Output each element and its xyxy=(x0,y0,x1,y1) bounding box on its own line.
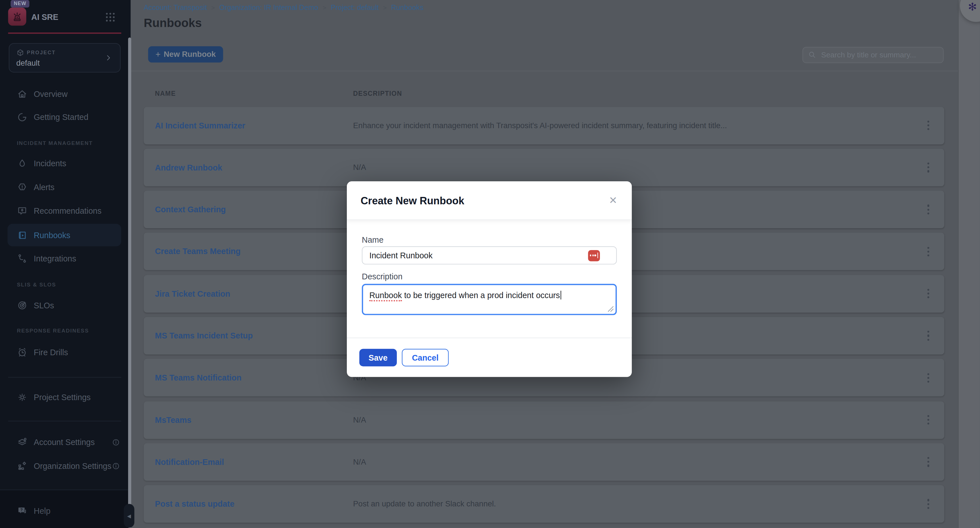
sidebar-item-organization-settings[interactable]: Organization Settings xyxy=(7,458,121,474)
autofill-extension-icon[interactable] xyxy=(588,250,600,261)
sidebar-item-account-settings[interactable]: Account Settings xyxy=(7,434,121,450)
sidebar-item-label: Incidents xyxy=(34,159,67,168)
svg-text:?: ? xyxy=(20,507,23,512)
row-menu-button[interactable] xyxy=(921,325,936,346)
runbook-name-link[interactable]: Post a status update xyxy=(155,499,235,509)
table-row: AI Incident SummarizerEnhance your incid… xyxy=(143,107,944,144)
breadcrumb-organization[interactable]: Organization: IR Internal Demo xyxy=(219,4,318,11)
home-icon xyxy=(17,88,27,99)
search-input[interactable] xyxy=(820,50,938,60)
row-menu-button[interactable] xyxy=(921,368,936,388)
target-icon xyxy=(17,300,27,310)
modal-footer: Save Cancel xyxy=(347,338,632,377)
sidebar-item-project-settings[interactable]: Project Settings xyxy=(7,389,121,405)
sidebar-item-label: Fire Drills xyxy=(34,347,68,357)
sidebar-item-slos[interactable]: SLOs xyxy=(7,297,121,313)
runbook-name-link[interactable]: Notification-Email xyxy=(155,457,224,467)
new-runbook-label: New Runbook xyxy=(164,50,216,59)
breadcrumb-project[interactable]: Project: default xyxy=(331,4,379,11)
description-textarea[interactable]: Runbook to be triggered when a prod inci… xyxy=(362,284,617,315)
description-text: to be triggered when a prod incident occ… xyxy=(402,291,560,300)
info-icon[interactable] xyxy=(112,438,120,447)
runbook-name-link[interactable]: MsTeams xyxy=(155,415,191,424)
project-label: PROJECT xyxy=(27,50,56,56)
org-chart-gear-icon xyxy=(17,460,27,471)
sidebar-item-label: Organization Settings xyxy=(34,461,111,471)
breadcrumb-separator: > xyxy=(212,4,215,11)
sidebar-scrollbar[interactable] xyxy=(128,38,131,528)
breadcrumb-runbooks[interactable]: Runbooks xyxy=(391,4,423,11)
row-menu-button[interactable] xyxy=(921,158,936,177)
row-menu-button[interactable] xyxy=(921,494,936,514)
runbook-name-link[interactable]: AI Incident Summarizer xyxy=(155,121,245,130)
new-badge: NEW xyxy=(11,0,29,7)
runbook-name-link[interactable]: MS Teams Incident Setup xyxy=(155,331,253,340)
project-selector[interactable]: PROJECT default xyxy=(9,43,121,72)
app-logo[interactable] xyxy=(8,7,26,26)
info-icon[interactable] xyxy=(112,462,120,470)
row-menu-button[interactable] xyxy=(921,115,936,135)
sidebar-item-integrations[interactable]: Integrations xyxy=(7,250,121,266)
runbook-name-link[interactable]: Jira Ticket Creation xyxy=(155,289,231,298)
runbook-name-link[interactable]: MS Teams Notification xyxy=(155,373,242,383)
page-scrollbar[interactable] xyxy=(958,0,980,528)
sidebar-item-label: SLOs xyxy=(34,300,54,310)
alert-icon xyxy=(17,182,27,192)
row-menu-button[interactable] xyxy=(921,242,936,262)
sidebar-item-label: Project Settings xyxy=(34,392,91,402)
alarm-clock-icon xyxy=(17,347,27,357)
sidebar-item-label: Overview xyxy=(34,89,68,99)
row-menu-button[interactable] xyxy=(921,284,936,303)
row-menu-button[interactable] xyxy=(921,452,936,472)
breadcrumb-account[interactable]: Account: Transposit xyxy=(144,4,207,11)
sidebar-item-runbooks[interactable]: Runbooks xyxy=(7,224,121,246)
sidebar-collapse-button[interactable] xyxy=(124,504,134,528)
resize-handle-icon[interactable] xyxy=(607,306,614,312)
toolbar-divider xyxy=(130,71,958,71)
close-icon[interactable]: ✕ xyxy=(607,195,619,207)
table-row: Andrew RunbookN/A xyxy=(143,148,944,186)
sidebar-item-label: Getting Started xyxy=(34,112,88,122)
runbook-name-link[interactable]: Andrew Runbook xyxy=(155,163,223,172)
sidebar-item-fire-drills[interactable]: Fire Drills xyxy=(7,344,121,360)
sidebar-item-recommendations[interactable]: Recommendations xyxy=(7,203,121,219)
plus-icon: + xyxy=(155,49,161,59)
search-icon xyxy=(808,51,816,59)
new-runbook-button[interactable]: + New Runbook xyxy=(148,46,223,62)
section-response-readiness: RESPONSE READINESS xyxy=(17,328,89,334)
save-button[interactable]: Save xyxy=(360,349,397,367)
sidebar: NEW AI SRE PROJECT default Overview Gett… xyxy=(0,0,130,528)
sidebar-item-label: Integrations xyxy=(34,254,76,263)
flame-icon xyxy=(17,158,27,169)
gear-icon xyxy=(17,392,27,402)
sidebar-item-label: Recommendations xyxy=(34,206,102,215)
cancel-button[interactable]: Cancel xyxy=(402,349,449,367)
project-value: default xyxy=(16,59,40,68)
runbook-name-link[interactable]: Create Teams Meeting xyxy=(155,247,240,256)
breadcrumb: Account: Transposit > Organization: IR I… xyxy=(144,4,423,11)
sidebar-item-getting-started[interactable]: Getting Started xyxy=(7,109,121,125)
sidebar-item-help[interactable]: ? Help xyxy=(7,503,121,519)
runbook-description: N/A xyxy=(353,458,366,466)
row-menu-button[interactable] xyxy=(921,199,936,219)
modal-header: Create New Runbook ✕ xyxy=(347,181,632,220)
modal-title: Create New Runbook xyxy=(361,195,464,207)
sidebar-item-incidents[interactable]: Incidents xyxy=(7,155,121,171)
recommendation-bubble-icon xyxy=(17,206,27,216)
app-root: NEW AI SRE PROJECT default Overview Gett… xyxy=(0,0,980,528)
table-row: MsTeamsN/A xyxy=(143,401,944,439)
runbook-name-link[interactable]: Context Gathering xyxy=(155,205,226,214)
flower-icon: ✻ xyxy=(968,0,977,14)
row-menu-button[interactable] xyxy=(921,410,936,430)
sidebar-item-overview[interactable]: Overview xyxy=(7,86,121,102)
runbook-description: Post an update to another Slack channel. xyxy=(353,499,496,508)
app-grid-icon[interactable] xyxy=(104,11,116,23)
column-header-description: DESCRIPTION xyxy=(353,89,402,97)
text-caret xyxy=(560,291,561,300)
runbook-description: N/A xyxy=(353,163,366,172)
help-bubble-icon: ? xyxy=(17,506,27,516)
sidebar-item-label: Account Settings xyxy=(34,437,95,447)
integrations-icon xyxy=(17,253,27,263)
sidebar-item-alerts[interactable]: Alerts xyxy=(7,179,121,195)
name-input[interactable] xyxy=(362,246,617,265)
